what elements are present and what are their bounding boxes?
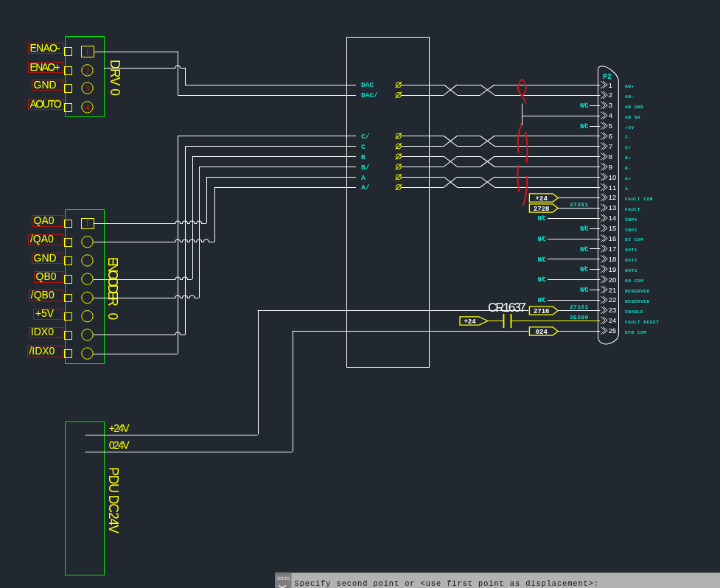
svg-text:1: 1 [609, 81, 612, 89]
svg-text:24: 24 [609, 316, 617, 324]
svg-text:IDX0: IDX0 [31, 326, 54, 337]
svg-text:5: 5 [609, 122, 612, 130]
svg-text:2: 2 [85, 66, 90, 76]
svg-text:ENABLE: ENABLE [625, 309, 643, 315]
svg-text:14: 14 [609, 214, 617, 222]
svg-text:18: 18 [609, 255, 617, 263]
svg-text:/QA0: /QA0 [30, 233, 54, 245]
svg-text:15: 15 [609, 224, 617, 232]
svg-text:024V: 024V [109, 439, 130, 451]
svg-text:2: 2 [609, 91, 612, 99]
svg-text:ENCODER: ENCODER [105, 257, 120, 307]
svg-text:EFR COM: EFR COM [625, 330, 647, 335]
svg-text:OUT1: OUT1 [625, 248, 637, 253]
svg-text:GND: GND [34, 79, 57, 91]
svg-text:GND: GND [34, 252, 57, 264]
svg-text:024: 024 [536, 329, 548, 336]
svg-text:/QB0: /QB0 [31, 289, 55, 301]
svg-text:2716: 2716 [534, 308, 550, 315]
svg-text:Z-: Z- [625, 135, 631, 140]
svg-text:23: 23 [609, 306, 617, 314]
svg-text:N/C: N/C [538, 297, 547, 304]
svg-text:9: 9 [609, 163, 612, 171]
svg-text:AN SH: AN SH [625, 115, 640, 120]
svg-text:Z+: Z+ [625, 145, 631, 150]
svg-text:2728: 2728 [534, 206, 550, 213]
svg-text:QB0: QB0 [36, 270, 57, 282]
svg-text:DAC/: DAC/ [361, 91, 378, 99]
svg-text:4: 4 [85, 102, 90, 113]
svg-text:N/C: N/C [580, 225, 589, 233]
svg-text:1: 1 [85, 218, 90, 228]
svg-text:4: 4 [609, 111, 612, 119]
svg-text:22: 22 [609, 295, 617, 304]
svg-text:20: 20 [609, 276, 617, 284]
svg-text:12: 12 [609, 193, 617, 201]
svg-text:13: 13 [609, 203, 617, 211]
svg-text:INP1: INP1 [625, 217, 637, 223]
svg-text:16: 16 [609, 234, 617, 242]
svg-text:B: B [361, 153, 366, 161]
svg-text:+5V: +5V [625, 125, 635, 130]
svg-text:+5V: +5V [35, 307, 55, 319]
svg-text:DO COM: DO COM [625, 279, 643, 284]
svg-text:17: 17 [609, 245, 617, 253]
svg-text:7: 7 [609, 142, 612, 150]
svg-text:A/: A/ [361, 183, 370, 192]
svg-text:N/C: N/C [580, 266, 589, 273]
svg-text:ENAO-: ENAO- [30, 42, 60, 54]
svg-text:RESERVED: RESERVED [625, 299, 650, 304]
svg-text:3: 3 [609, 101, 612, 109]
svg-text:AN-: AN- [625, 94, 635, 99]
svg-text:B-: B- [625, 166, 631, 171]
svg-text:N/C: N/C [580, 102, 589, 110]
svg-text:+24: +24 [464, 318, 476, 326]
svg-text:A-: A- [625, 186, 631, 192]
svg-text:FAULT: FAULT [625, 207, 640, 212]
svg-text:25: 25 [609, 326, 617, 335]
svg-text:N/C: N/C [538, 215, 547, 223]
svg-text:C/: C/ [361, 133, 370, 141]
svg-text:N/C: N/C [580, 123, 589, 130]
svg-text:N/C: N/C [580, 287, 589, 294]
svg-text:N/C: N/C [538, 256, 547, 264]
svg-text:FAULT RESET: FAULT RESET [625, 320, 659, 325]
svg-text:QA0: QA0 [34, 214, 55, 226]
svg-text:AN+: AN+ [625, 84, 635, 89]
svg-text:A+: A+ [625, 176, 631, 181]
svg-text:AOUTO: AOUTO [30, 98, 62, 110]
svg-text:N/C: N/C [538, 236, 547, 243]
svg-text:8: 8 [609, 153, 612, 161]
svg-text:3: 3 [85, 83, 90, 94]
svg-text:CR1637: CR1637 [488, 301, 526, 315]
svg-text:AN GND: AN GND [625, 105, 643, 110]
svg-text:B+: B+ [625, 155, 631, 161]
svg-text:21: 21 [609, 286, 617, 294]
svg-text:ENAO+: ENAO+ [30, 61, 60, 73]
svg-text:/IDX0: /IDX0 [29, 345, 55, 357]
svg-text:DI COM: DI COM [625, 237, 643, 242]
svg-text:19: 19 [609, 265, 617, 273]
svg-text:N/C: N/C [538, 276, 547, 284]
svg-text:1: 1 [85, 46, 90, 57]
svg-text:P2: P2 [603, 73, 612, 81]
svg-text:DRV 0: DRV 0 [108, 60, 122, 96]
svg-text:RESERVED: RESERVED [625, 289, 650, 294]
svg-text:B/: B/ [361, 164, 370, 172]
svg-text:Specify second point or <use f: Specify second point or <use first point… [295, 579, 600, 588]
svg-text:C: C [361, 143, 366, 151]
svg-text:11: 11 [609, 183, 617, 192]
svg-text:OUT2: OUT2 [625, 258, 637, 263]
svg-text:27161: 27161 [570, 304, 589, 310]
svg-text:+24: +24 [536, 195, 548, 203]
svg-text:FAULT COM: FAULT COM [625, 197, 653, 202]
svg-text:OUT3: OUT3 [625, 268, 637, 273]
svg-text:35280: 35280 [570, 314, 589, 321]
svg-text:0: 0 [105, 313, 120, 321]
svg-text:DAC: DAC [361, 81, 374, 89]
svg-text:+24V: +24V [109, 422, 130, 434]
svg-text:10: 10 [609, 173, 617, 181]
svg-text:PDU DC24V: PDU DC24V [106, 467, 121, 533]
svg-text:A: A [361, 174, 366, 182]
svg-text:INP2: INP2 [625, 228, 637, 233]
